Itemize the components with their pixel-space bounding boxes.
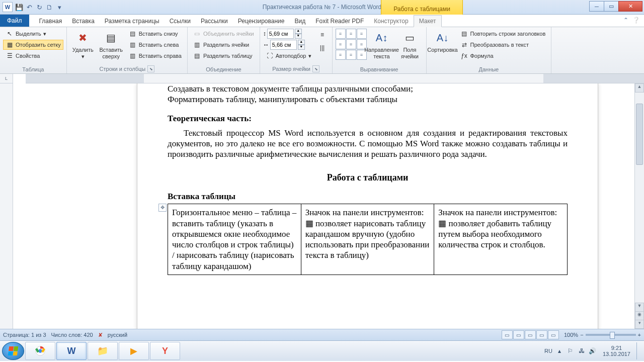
align-mc-icon[interactable]: ≡ bbox=[346, 39, 356, 49]
tab-design[interactable]: Конструктор bbox=[369, 16, 413, 27]
network-icon[interactable]: 🖧 bbox=[578, 347, 586, 355]
document-area[interactable]: Создавать в текстовом документе таблицы … bbox=[13, 83, 634, 329]
flag-icon[interactable]: ⚐ bbox=[567, 347, 575, 355]
save-icon[interactable]: 💾 bbox=[15, 3, 23, 11]
taskbar-media[interactable]: ▶ bbox=[119, 342, 149, 360]
align-tc-icon[interactable]: ≡ bbox=[346, 29, 356, 39]
taskbar-yandex[interactable]: Y bbox=[150, 342, 180, 360]
spin-down-icon[interactable]: ▼ bbox=[298, 45, 305, 50]
insert-above-button[interactable]: ▤ Вставить сверху bbox=[98, 29, 124, 60]
spin-up-icon[interactable]: ▲ bbox=[298, 40, 305, 45]
volume-icon[interactable]: 🔊 bbox=[589, 347, 597, 355]
scroll-thumb[interactable] bbox=[636, 104, 643, 165]
scroll-up-icon[interactable]: ▲ bbox=[635, 83, 644, 93]
split-table-button[interactable]: ▤Разделить таблицу bbox=[191, 51, 257, 61]
zoom-level[interactable]: 100% bbox=[564, 332, 578, 338]
dialog-launcher-icon[interactable]: ⬊ bbox=[147, 65, 154, 72]
distribute-rows-button[interactable]: ≡ bbox=[316, 30, 329, 40]
vertical-ruler[interactable] bbox=[0, 83, 13, 329]
page-indicator[interactable]: Страница: 1 из 3 bbox=[3, 332, 46, 338]
vertical-scrollbar[interactable]: ▲ ▼ ◉ ▾ bbox=[634, 83, 644, 329]
tab-references[interactable]: Ссылки bbox=[165, 16, 196, 27]
start-button[interactable] bbox=[2, 342, 24, 360]
redo-icon[interactable]: ↻ bbox=[35, 3, 43, 11]
language-indicator[interactable]: русский bbox=[108, 332, 127, 338]
dialog-launcher-icon[interactable]: ⬊ bbox=[312, 65, 319, 72]
web-layout-icon[interactable]: ▭ bbox=[525, 330, 536, 339]
spin-down-icon[interactable]: ▼ bbox=[295, 34, 302, 39]
table-cell[interactable]: Горизонтальное меню – таблица – вставить… bbox=[168, 204, 301, 275]
print-layout-icon[interactable]: ▭ bbox=[502, 330, 513, 339]
clock[interactable]: 9:2113.10.2017 bbox=[600, 345, 633, 357]
file-tab[interactable]: Файл bbox=[0, 15, 29, 27]
document-table[interactable]: Горизонтальное меню – таблица – вставить… bbox=[168, 204, 568, 275]
tray-lang[interactable]: RU bbox=[544, 348, 552, 354]
show-desktop-button[interactable] bbox=[636, 342, 642, 359]
tab-pagelayout[interactable]: Разметка страницы bbox=[100, 16, 165, 27]
close-button[interactable]: ✕ bbox=[618, 1, 642, 12]
autofit-button[interactable]: ⛶Автоподбор ▾ bbox=[263, 51, 314, 61]
horizontal-ruler[interactable] bbox=[26, 74, 644, 83]
draft-icon[interactable]: ▭ bbox=[548, 330, 559, 339]
minimize-ribbon-icon[interactable]: ⌃ bbox=[623, 17, 628, 24]
zoom-in-icon[interactable]: + bbox=[638, 332, 641, 338]
spin-up-icon[interactable]: ▲ bbox=[295, 29, 302, 34]
width-field[interactable] bbox=[270, 40, 297, 50]
zoom-control[interactable]: 100% − + bbox=[564, 332, 641, 338]
properties-button[interactable]: ☰Свойства bbox=[3, 51, 63, 61]
align-tr-icon[interactable]: ≡ bbox=[357, 29, 367, 39]
delete-button[interactable]: ✖ Удалить▾ bbox=[70, 29, 96, 60]
reading-icon[interactable]: ▭ bbox=[513, 330, 524, 339]
prev-page-icon[interactable]: ◉ bbox=[635, 311, 644, 320]
proofing-icon[interactable]: ✘ bbox=[98, 332, 103, 338]
show-grid-button[interactable]: ▦Отобразить сетку bbox=[3, 40, 63, 50]
tab-view[interactable]: Вид bbox=[289, 16, 310, 27]
row-height-input[interactable]: ↕ ▲▼ bbox=[263, 29, 314, 39]
table-move-handle-icon[interactable]: ✥ bbox=[158, 204, 167, 212]
table-cell[interactable]: Значок на панели инструментов: ▦ позволя… bbox=[301, 204, 434, 275]
alignment-grid[interactable]: ≡≡≡ ≡≡≡ ≡≡≡ bbox=[336, 29, 367, 60]
col-width-input[interactable]: ↔ ▲▼ bbox=[263, 40, 314, 50]
select-button[interactable]: ↖Выделить ▾ bbox=[3, 29, 63, 39]
taskbar-explorer[interactable]: 📁 bbox=[88, 342, 118, 360]
taskbar-chrome[interactable] bbox=[25, 342, 55, 360]
convert-text-button[interactable]: ⇄Преобразовать в текст bbox=[458, 40, 548, 50]
tab-home[interactable]: Главная bbox=[34, 16, 67, 27]
distribute-cols-button[interactable]: ||| bbox=[316, 43, 329, 53]
align-ml-icon[interactable]: ≡ bbox=[336, 39, 346, 49]
qat-more-icon[interactable]: ▾ bbox=[55, 3, 63, 11]
tray-up-icon[interactable]: ▴ bbox=[555, 347, 564, 355]
tab-review[interactable]: Рецензирование bbox=[233, 16, 290, 27]
align-bl-icon[interactable]: ≡ bbox=[336, 50, 346, 60]
height-field[interactable] bbox=[267, 29, 294, 39]
undo-icon[interactable]: ↶ bbox=[25, 3, 33, 11]
taskbar-word[interactable]: W bbox=[56, 342, 87, 360]
tab-selector[interactable]: L bbox=[0, 74, 13, 83]
insert-below-button[interactable]: ▤Вставить снизу bbox=[126, 29, 184, 39]
tab-mailings[interactable]: Рассылки bbox=[196, 16, 233, 27]
repeat-headers-button[interactable]: ▤Повторить строки заголовков bbox=[458, 29, 548, 39]
sort-button[interactable]: A↓ Сортировка bbox=[430, 29, 456, 54]
align-bc-icon[interactable]: ≡ bbox=[346, 50, 356, 60]
zoom-slider[interactable] bbox=[586, 334, 636, 336]
tab-foxit[interactable]: Foxit Reader PDF bbox=[310, 16, 369, 27]
split-cells-button[interactable]: ▥Разделить ячейки bbox=[191, 40, 257, 50]
table-cell[interactable]: Значок на панели инструментов: ▦ позволя… bbox=[434, 204, 568, 275]
insert-left-button[interactable]: ▥Вставить слева bbox=[126, 40, 184, 50]
help-icon[interactable]: ❔ bbox=[632, 17, 640, 24]
new-icon[interactable]: 🗋 bbox=[45, 3, 53, 11]
outline-icon[interactable]: ▭ bbox=[536, 330, 547, 339]
insert-right-button[interactable]: ▥Вставить справа bbox=[126, 51, 184, 61]
text-direction-button[interactable]: A↕ Направление текста bbox=[369, 29, 395, 60]
formula-button[interactable]: ƒxФормула bbox=[458, 51, 548, 61]
merge-cells-button[interactable]: ▭Объединить ячейки bbox=[191, 29, 257, 39]
scroll-down-icon[interactable]: ▼ bbox=[635, 303, 644, 312]
zoom-out-icon[interactable]: − bbox=[580, 332, 583, 338]
cell-margins-button[interactable]: ▭ Поля ячейки bbox=[397, 29, 423, 60]
word-count[interactable]: Число слов: 420 bbox=[51, 332, 93, 338]
tab-layout[interactable]: Макет bbox=[414, 15, 442, 27]
maximize-button[interactable]: ▭ bbox=[604, 1, 619, 12]
align-tl-icon[interactable]: ≡ bbox=[336, 29, 346, 39]
tab-insert[interactable]: Вставка bbox=[67, 16, 100, 27]
minimize-button[interactable]: ─ bbox=[589, 1, 604, 12]
